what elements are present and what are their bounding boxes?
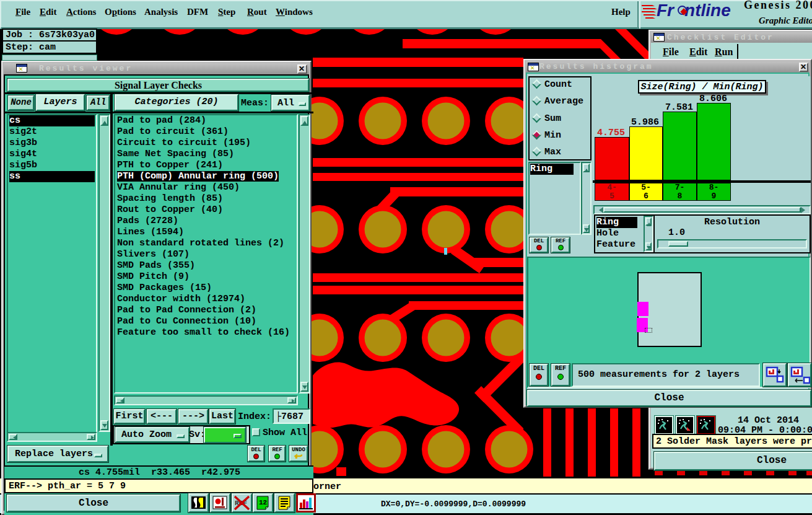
svg-text:12: 12 xyxy=(259,499,267,506)
